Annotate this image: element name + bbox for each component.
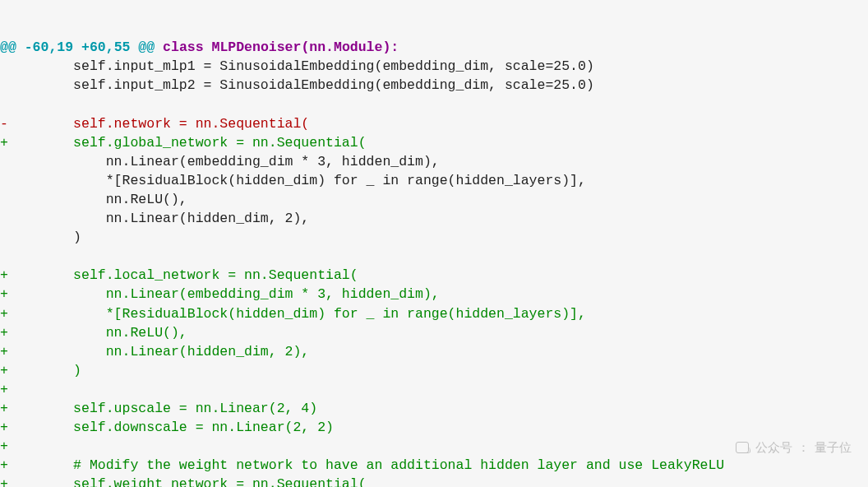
diff-line-added: + self.local_network = nn.Sequential( (0, 266, 868, 285)
diff-line-added: + *[ResidualBlock(hidden_dim) for _ in r… (0, 304, 868, 323)
diff-line-added: + ) (0, 361, 868, 380)
diff-line-context: self.input_mlp1 = SinusoidalEmbedding(em… (0, 57, 868, 76)
hunk-range: -60,19 +60,55 (25, 39, 131, 55)
diff-line-context: nn.ReLU(), (0, 190, 868, 209)
diff-lines: self.input_mlp1 = SinusoidalEmbedding(em… (0, 57, 868, 487)
hunk-at-close: @@ (130, 39, 155, 55)
diff-line-added: + self.upscale = nn.Linear(2, 4) (0, 399, 868, 418)
diff-line-context (0, 247, 868, 266)
diff-line-added: + self.downscale = nn.Linear(2, 2) (0, 418, 868, 437)
diff-line-added: + nn.Linear(hidden_dim, 2), (0, 342, 868, 361)
watermark-sep: ： (797, 438, 810, 456)
diff-line-added: + nn.ReLU(), (0, 323, 868, 342)
diff-line-context: ) (0, 228, 868, 247)
hunk-header-line: @@ -60,19 +60,55 @@ class MLPDenoiser(nn… (0, 38, 868, 57)
diff-line-context (0, 95, 868, 114)
diff-line-added: + self.weight_network = nn.Sequential( (0, 475, 868, 487)
diff-line-context: *[ResidualBlock(hidden_dim) for _ in ran… (0, 171, 868, 190)
diff-line-context: nn.Linear(embedding_dim * 3, hidden_dim)… (0, 152, 868, 171)
watermark-name: 量子位 (815, 438, 852, 456)
hunk-at-open: @@ (0, 39, 25, 55)
diff-line-removed: - self.network = nn.Sequential( (0, 114, 868, 133)
diff-line-context: self.input_mlp2 = SinusoidalEmbedding(em… (0, 76, 868, 95)
diff-line-context: nn.Linear(hidden_dim, 2), (0, 209, 868, 228)
diff-block: @@ -60,19 +60,55 @@ class MLPDenoiser(nn… (0, 0, 868, 487)
diff-line-added: + nn.Linear(embedding_dim * 3, hidden_di… (0, 285, 868, 304)
wechat-icon (736, 442, 750, 453)
diff-line-added: + self.global_network = nn.Sequential( (0, 133, 868, 152)
hunk-context: class MLPDenoiser(nn.Module): (155, 39, 399, 55)
diff-line-added: + # Modify the weight network to have an… (0, 456, 868, 475)
watermark-label: 公众号 (755, 438, 792, 456)
diff-line-added: + (0, 380, 868, 399)
watermark: 公众号：量子位 (736, 438, 852, 456)
